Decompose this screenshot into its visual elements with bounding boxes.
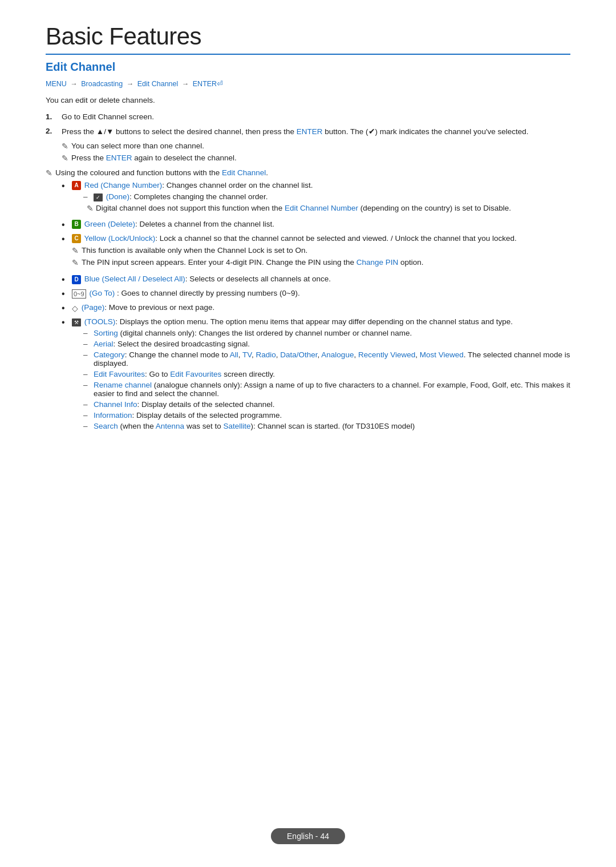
breadcrumb-sep1: → (70, 80, 78, 88)
bullet-page: • ◇ (Page): Move to previous or next pag… (62, 303, 570, 313)
step-1-text: Go to Edit Channel screen. (62, 112, 570, 121)
tools-sub-list: – Sorting (digital channels only): Chang… (83, 329, 570, 430)
sub-done: – ✓ (Done): Completes changing the chann… (83, 192, 570, 201)
change-number-label: Red (Change Number) (84, 181, 163, 189)
dash-aerial: – (83, 340, 94, 348)
done-label: (Done) (106, 192, 129, 201)
sub-digital-note: ✎ Digital channel does not support this … (83, 204, 570, 213)
note-icon-digital: ✎ (87, 204, 94, 213)
lock-note-2-text: The PIN input screen appears. Enter your… (82, 258, 424, 267)
breadcrumb-enter: ENTER⏎ (193, 80, 223, 88)
rename-text: Rename channel (analogue channels only):… (94, 381, 570, 398)
tools-sorting: – Sorting (digital channels only): Chang… (83, 329, 570, 337)
bullet-tools: • ⚒ (TOOLS): Displays the option menu. T… (62, 317, 570, 432)
cat-recently: Recently Viewed (358, 350, 415, 359)
bullet-content-a: A Red (Change Number): Changes channel o… (72, 181, 570, 215)
information-link: Information (94, 411, 132, 420)
bullet-list: • A Red (Change Number): Changes channel… (62, 181, 570, 433)
edit-channel-link: Edit Channel (222, 168, 266, 177)
dash-rename: – (83, 381, 94, 389)
cat-data: Data/Other (280, 350, 317, 359)
note-icon-outer: ✎ (46, 168, 52, 178)
tools-edit-favourites: – Edit Favourites: Go to Edit Favourites… (83, 370, 570, 378)
lock-note-1-text: This function is available only when the… (82, 246, 307, 255)
aerial-link: Aerial (94, 340, 114, 348)
enter-again: ENTER (106, 154, 132, 162)
step2-note-1: ✎ You can select more than one channel. (62, 142, 570, 151)
tools-information: – Information: Display details of the se… (83, 411, 570, 420)
category-text: Category: Change the channel mode to All… (94, 350, 570, 368)
done-text: ✓ (Done): Completes changing the channel… (94, 192, 268, 201)
sorting-text: Sorting (digital channels only): Changes… (94, 329, 412, 337)
page-text: : Move to previous or next page. (104, 303, 214, 312)
intro-text: You can edit or delete channels. (46, 96, 570, 104)
page-label: (Page) (82, 303, 105, 312)
edit-fav-link1: Edit Favourites (94, 370, 145, 378)
step2-note-2-text: Press the ENTER again to deselect the ch… (71, 154, 237, 162)
lock-note-1: ✎ This function is available only when t… (72, 246, 570, 255)
tools-category: – Category: Change the channel mode to A… (83, 350, 570, 368)
bullet-content-c: C Yellow (Lock/Unlock): Lock a channel s… (72, 234, 570, 270)
btn-red-icon: A (72, 181, 81, 190)
breadcrumb: MENU → Broadcasting → Edit Channel → ENT… (46, 79, 570, 88)
bullet-lock: • C Yellow (Lock/Unlock): Lock a channel… (62, 234, 570, 270)
edit-channel-number-link: Edit Channel Number (285, 204, 358, 212)
breadcrumb-sep3: → (182, 80, 189, 88)
satellite-link: Satellite (223, 422, 250, 430)
aerial-text: Aerial: Select the desired broadcasting … (94, 340, 250, 348)
tools-channel-info: – Channel Info: Display details of the s… (83, 400, 570, 409)
footer-badge: English - 44 (271, 828, 345, 844)
step-2: 2. Press the ▲/▼ buttons to select the d… (46, 127, 570, 136)
btn-green-icon: B (72, 220, 81, 229)
outer-note: ✎ Using the coloured and function button… (46, 168, 570, 178)
bullet-dot-a: • (62, 181, 72, 191)
dash-sorting: – (83, 329, 94, 337)
tools-search: – Search (when the Antenna was set to Sa… (83, 422, 570, 430)
note-icon-2: ✎ (62, 154, 68, 163)
information-text: Information: Display details of the sele… (94, 411, 282, 420)
title-divider (46, 54, 570, 55)
bullet-dot-page: • (62, 303, 72, 313)
edit-fav-link2: Edit Favourites (170, 370, 221, 378)
step-2-text: Press the ▲/▼ buttons to select the desi… (62, 127, 570, 136)
page-title: Basic Features (46, 23, 570, 50)
breadcrumb-broadcasting: Broadcasting (81, 80, 123, 88)
dash-info: – (83, 400, 94, 409)
tools-aerial: – Aerial: Select the desired broadcastin… (83, 340, 570, 348)
change-number-sub: – ✓ (Done): Completes changing the chann… (83, 192, 570, 212)
page-icon: ◇ (72, 304, 78, 313)
dash-fav: – (83, 370, 94, 378)
delete-text: : Deletes a channel from the channel lis… (135, 220, 274, 228)
digital-note-content: Digital channel does not support this fu… (96, 204, 511, 212)
search-link: Search (94, 422, 118, 430)
bullet-goto: • 0~9 (Go To) : Goes to channel directly… (62, 289, 570, 299)
dash-done: – (83, 192, 94, 201)
select-all-label: Blue (Select All / Deselect All) (84, 275, 185, 283)
bullet-content-goto: 0~9 (Go To) : Goes to channel directly b… (72, 289, 570, 298)
btn-blue-icon: D (72, 275, 81, 284)
step2-note-1-text: You can select more than one channel. (71, 142, 204, 150)
bullet-dot-c: • (62, 234, 72, 244)
goto-label: (Go To) (89, 289, 115, 297)
page-footer: English - 44 (0, 828, 616, 844)
digital-note-text: ✎ Digital channel does not support this … (87, 204, 511, 213)
goto-icon: 0~9 (72, 289, 86, 299)
btn-yellow-icon: C (72, 234, 81, 243)
cat-analogue: Analogue (321, 350, 354, 359)
enter-word: ENTER (297, 127, 323, 136)
bullet-content-tools: ⚒ (TOOLS): Displays the option menu. The… (72, 317, 570, 432)
bullet-dot-b: • (62, 220, 72, 229)
breadcrumb-edit-channel: Edit Channel (137, 80, 179, 88)
done-icon: ✓ (94, 193, 103, 201)
steps-list: 1. Go to Edit Channel screen. 2. Press t… (46, 112, 570, 136)
note-icon-1: ✎ (62, 142, 68, 151)
lock-note-2: ✎ The PIN input screen appears. Enter yo… (72, 258, 570, 267)
breadcrumb-menu: MENU (46, 80, 67, 88)
change-number-text: : Changes channel order on the channel l… (162, 181, 313, 189)
step-1: 1. Go to Edit Channel screen. (46, 112, 570, 121)
bullet-select-all: • D Blue (Select All / Deselect All): Se… (62, 275, 570, 284)
lock-text: : Lock a channel so that the channel can… (155, 234, 516, 243)
dash-category: – (83, 350, 94, 359)
channel-info-text: Channel Info: Display details of the sel… (94, 400, 274, 409)
bullet-change-number: • A Red (Change Number): Changes channel… (62, 181, 570, 215)
